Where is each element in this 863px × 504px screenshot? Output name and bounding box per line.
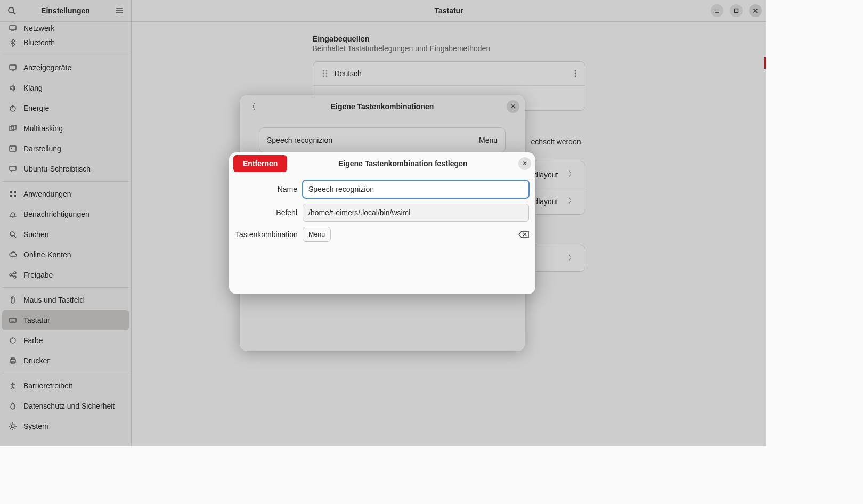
remove-button[interactable]: Entfernen: [233, 155, 287, 172]
set-custom-shortcut-dialog: Entfernen Eigene Tastenkombination festl…: [229, 152, 535, 294]
command-input[interactable]: [303, 204, 529, 222]
dialog-title: Eigene Tastenkombination festlegen: [287, 159, 518, 168]
dialog-close-button[interactable]: ✕: [518, 157, 531, 170]
accelerator-chip[interactable]: Menu: [303, 227, 331, 242]
accelerator-label: Tastenkombination: [235, 230, 297, 239]
name-label: Name: [235, 185, 297, 193]
name-input[interactable]: [303, 180, 529, 198]
command-label: Befehl: [235, 208, 297, 217]
clear-accelerator-button[interactable]: [518, 231, 529, 238]
dialog-header: Entfernen Eigene Tastenkombination festl…: [229, 152, 535, 175]
